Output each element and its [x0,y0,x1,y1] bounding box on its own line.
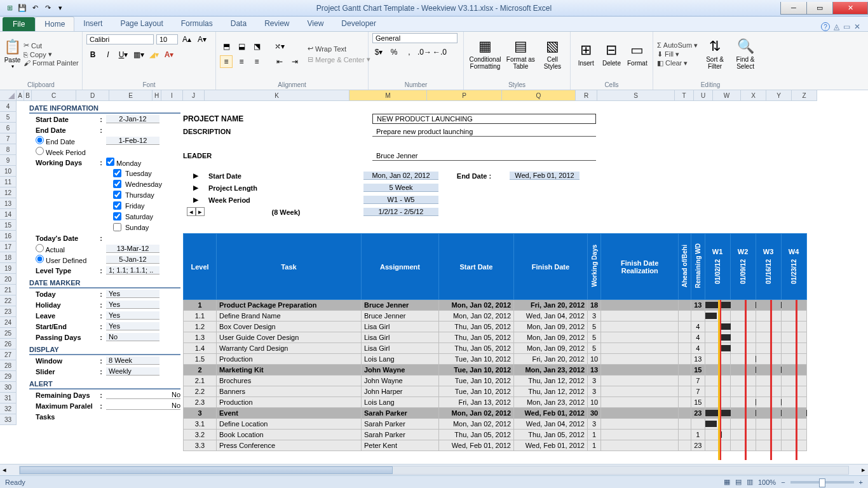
align-middle-icon[interactable]: ⬓ [235,40,248,53]
row-header[interactable]: 9 [0,155,17,166]
col-header[interactable]: W [713,90,741,101]
horizontal-scrollbar[interactable]: ◂ ▸ [0,464,868,475]
wrap-text-button[interactable]: ↩Wrap Text [308,44,370,53]
start-date-field[interactable]: 2-Jan-12 [106,115,159,123]
tab-formulas[interactable]: Formulas [172,17,222,31]
insert-cells-button[interactable]: ⊞Insert [574,33,597,75]
fill-button[interactable]: ⬇Fill ▾ [657,50,698,58]
tab-page-layout[interactable]: Page Layout [111,17,172,31]
orientation-icon[interactable]: ⤯▾ [273,40,286,53]
task-row[interactable]: 2.1BrochuresJohn WayneTue, Jan 10, 2012T… [184,376,807,386]
row-header[interactable]: 32 [0,403,17,414]
row-header[interactable]: 18 [0,252,17,263]
project-name-field[interactable]: NEW PRODUCT LAUNCHING [372,114,596,124]
worksheet[interactable]: DATE INFORMATION Start Date:2-Jan-12 End… [17,101,868,464]
task-row[interactable]: 1.1Define Brand NameBruce JennerMon, Jan… [184,311,807,322]
col-header[interactable]: Y [766,90,792,101]
expand-icon[interactable]: ▶ [183,196,208,204]
day-checkbox[interactable] [113,223,121,231]
row-header[interactable]: 7 [0,133,17,144]
row-header[interactable]: 33 [0,414,17,425]
autosum-button[interactable]: ΣAutoSum ▾ [657,41,698,50]
col-header[interactable]: M [349,90,427,101]
grow-font-icon[interactable]: A▴ [180,33,193,46]
bold-button[interactable]: B [86,48,99,61]
conditional-formatting-button[interactable]: ▦Conditional Formatting [468,33,503,75]
level-type-field[interactable]: 1; 1.1; 1.1.1; .. [106,266,159,274]
maximize-button[interactable]: ▭ [806,2,833,15]
doc-close-icon[interactable]: ✕ [854,22,860,31]
row-header[interactable]: 20 [0,274,17,285]
doc-restore-icon[interactable]: ▭ [843,22,850,31]
row-header[interactable]: 15 [0,220,17,231]
clear-button[interactable]: ◧Clear ▾ [657,59,698,67]
decrease-decimal-icon[interactable]: ←.0 [433,46,446,58]
task-row[interactable]: 1.4Warranty Card DesignLisa GirlThu, Jan… [184,343,807,354]
task-row[interactable]: 1.3User Guide Cover DesignLisa GirlThu, … [184,332,807,343]
font-color-button[interactable]: A▾ [163,48,175,61]
task-row[interactable]: 3.3Press ConferencePeter KentWed, Feb 01… [184,440,807,451]
row-header[interactable]: 8 [0,144,17,155]
col-header[interactable]: R [576,90,597,101]
col-header[interactable]: H [153,90,161,101]
help-icon[interactable]: ? [821,22,830,31]
row-header[interactable]: 26 [0,339,17,349]
task-row[interactable]: 2.2BannersJohn HarperTue, Jan 10, 2012Th… [184,386,807,397]
redo-icon[interactable]: ↷ [42,3,53,14]
col-header[interactable]: A [17,90,24,101]
select-all-cell[interactable] [0,90,17,101]
col-header[interactable]: K [205,90,349,101]
file-tab[interactable]: File [3,17,35,31]
align-bottom-icon[interactable]: ⬔ [250,40,263,53]
sort-filter-button[interactable]: ⇅Sort & Filter [702,33,728,75]
user-defined-date[interactable]: 5-Jan-12 [106,255,159,264]
monday-checkbox[interactable] [106,158,114,166]
row-header[interactable]: 12 [0,187,17,198]
row-header[interactable]: 17 [0,241,17,252]
view-normal-icon[interactable]: ▦ [724,478,730,486]
view-layout-icon[interactable]: ▤ [735,478,742,486]
row-header[interactable]: 30 [0,382,17,393]
scroll-left-icon[interactable]: ◂ [187,207,196,216]
col-header[interactable]: Z [792,90,817,101]
task-row[interactable]: 1.5ProductionLois LangTue, Jan 10, 2012F… [184,354,807,365]
increase-indent-icon[interactable]: ⇥ [288,55,301,68]
font-size-select[interactable]: 10 [156,34,178,44]
row-header[interactable]: 29 [0,371,17,382]
fill-color-button[interactable]: ◢▾ [147,48,160,61]
align-center-icon[interactable]: ≡ [235,55,248,68]
col-header[interactable]: X [741,90,766,101]
row-header[interactable]: 28 [0,360,17,371]
row-header[interactable]: 25 [0,328,17,339]
day-checkbox[interactable] [113,212,121,220]
task-row[interactable]: 3EventSarah ParkerMon, Jan 02, 2012Wed, … [184,408,807,419]
col-header[interactable]: U [694,90,713,101]
col-header[interactable]: T [675,90,694,101]
row-header[interactable]: 27 [0,349,17,360]
task-row[interactable]: 1.2Box Cover DesignLisa GirlThu, Jan 05,… [184,322,807,332]
shrink-font-icon[interactable]: A▾ [196,33,208,46]
project-leader-field[interactable]: Bruce Jenner [372,151,596,161]
currency-icon[interactable]: $▾ [372,46,385,58]
task-row[interactable]: 2.3ProductionLois LangFri, Jan 13, 2012M… [184,397,807,408]
view-pagebreak-icon[interactable]: ▥ [747,478,753,486]
row-header[interactable]: 22 [0,295,17,306]
row-header[interactable]: 10 [0,166,17,177]
number-format-select[interactable]: General [372,33,458,43]
row-header[interactable]: 14 [0,209,17,220]
format-cells-button[interactable]: ▭Format [626,33,649,75]
row-header[interactable]: 6 [0,123,17,133]
user-defined-radio[interactable] [36,255,44,263]
border-button[interactable]: ▦▾ [132,48,145,61]
zoom-out-button[interactable]: − [781,478,785,486]
merge-center-button[interactable]: ⊟Merge & Center ▾ [308,55,370,64]
scroll-right-icon[interactable]: ▸ [196,207,205,216]
col-header[interactable]: S [597,90,675,101]
row-header[interactable]: 24 [0,317,17,328]
row-header[interactable]: 5 [0,112,17,123]
align-top-icon[interactable]: ⬒ [220,40,233,53]
actual-radio[interactable] [36,244,44,252]
row-header[interactable]: 31 [0,393,17,403]
zoom-in-button[interactable]: + [859,478,863,486]
excel-icon[interactable]: ⊞ [4,3,15,14]
